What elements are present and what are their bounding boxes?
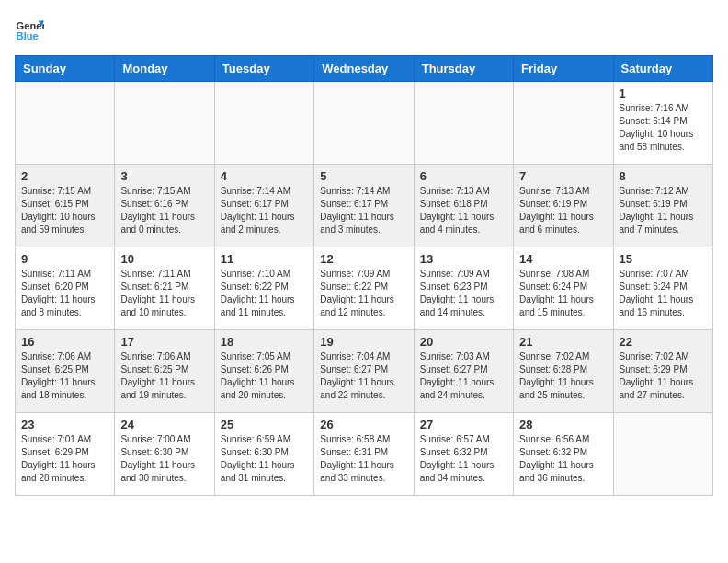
- day-info: Sunrise: 7:00 AM Sunset: 6:30 PM Dayligh…: [120, 433, 208, 485]
- day-info: Sunrise: 7:07 AM Sunset: 6:24 PM Dayligh…: [620, 268, 707, 319]
- day-info: Sunrise: 7:02 AM Sunset: 6:28 PM Dayligh…: [519, 350, 607, 402]
- calendar-cell: 3Sunrise: 7:15 AM Sunset: 6:16 PM Daylig…: [115, 165, 214, 247]
- day-info: Sunrise: 6:56 AM Sunset: 6:32 PM Dayligh…: [519, 433, 607, 485]
- day-number: 14: [519, 252, 607, 266]
- day-info: Sunrise: 7:10 AM Sunset: 6:22 PM Dayligh…: [221, 268, 308, 319]
- logo: General Blue: [15, 15, 44, 44]
- calendar-cell: 8Sunrise: 7:12 AM Sunset: 6:19 PM Daylig…: [613, 165, 712, 247]
- day-number: 9: [21, 252, 108, 266]
- weekday-header-sunday: Sunday: [16, 56, 115, 82]
- week-row-3: 9Sunrise: 7:11 AM Sunset: 6:20 PM Daylig…: [16, 247, 713, 330]
- day-info: Sunrise: 7:11 AM Sunset: 6:21 PM Dayligh…: [120, 268, 208, 319]
- week-row-1: 1Sunrise: 7:16 AM Sunset: 6:14 PM Daylig…: [16, 82, 713, 165]
- calendar-cell: 22Sunrise: 7:02 AM Sunset: 6:29 PM Dayli…: [613, 330, 712, 413]
- logo-icon: General Blue: [15, 15, 44, 44]
- calendar-cell: [514, 82, 613, 165]
- calendar-cell: 28Sunrise: 6:56 AM Sunset: 6:32 PM Dayli…: [514, 413, 613, 496]
- day-number: 1: [620, 86, 707, 100]
- day-number: 26: [320, 418, 407, 431]
- calendar-cell: [314, 82, 414, 165]
- calendar-cell: [16, 82, 115, 165]
- day-info: Sunrise: 7:02 AM Sunset: 6:29 PM Dayligh…: [620, 350, 707, 402]
- day-info: Sunrise: 6:57 AM Sunset: 6:32 PM Dayligh…: [420, 433, 507, 485]
- calendar-cell: [115, 82, 214, 165]
- day-number: 4: [221, 169, 308, 183]
- calendar-cell: 13Sunrise: 7:09 AM Sunset: 6:23 PM Dayli…: [414, 247, 513, 330]
- day-info: Sunrise: 7:06 AM Sunset: 6:25 PM Dayligh…: [21, 350, 108, 402]
- day-info: Sunrise: 6:59 AM Sunset: 6:30 PM Dayligh…: [221, 433, 308, 485]
- week-row-5: 23Sunrise: 7:01 AM Sunset: 6:29 PM Dayli…: [16, 413, 713, 496]
- day-info: Sunrise: 7:05 AM Sunset: 6:26 PM Dayligh…: [221, 350, 308, 402]
- day-number: 20: [420, 335, 507, 349]
- weekday-header-tuesday: Tuesday: [214, 56, 313, 82]
- day-info: Sunrise: 7:11 AM Sunset: 6:20 PM Dayligh…: [21, 268, 108, 319]
- calendar: SundayMondayTuesdayWednesdayThursdayFrid…: [15, 55, 713, 496]
- calendar-cell: 27Sunrise: 6:57 AM Sunset: 6:32 PM Dayli…: [414, 413, 513, 496]
- calendar-cell: [414, 82, 513, 165]
- calendar-cell: 7Sunrise: 7:13 AM Sunset: 6:19 PM Daylig…: [514, 165, 613, 247]
- day-number: 17: [120, 335, 208, 349]
- day-info: Sunrise: 7:16 AM Sunset: 6:14 PM Dayligh…: [620, 102, 707, 154]
- day-number: 8: [620, 169, 707, 183]
- day-info: Sunrise: 7:01 AM Sunset: 6:29 PM Dayligh…: [21, 433, 108, 485]
- calendar-cell: [613, 413, 712, 496]
- day-info: Sunrise: 7:13 AM Sunset: 6:18 PM Dayligh…: [420, 185, 507, 236]
- day-number: 13: [420, 252, 507, 266]
- day-number: 18: [221, 335, 308, 349]
- day-number: 2: [21, 169, 108, 183]
- calendar-cell: 1Sunrise: 7:16 AM Sunset: 6:14 PM Daylig…: [613, 82, 712, 165]
- day-info: Sunrise: 7:09 AM Sunset: 6:22 PM Dayligh…: [320, 268, 407, 319]
- calendar-cell: 18Sunrise: 7:05 AM Sunset: 6:26 PM Dayli…: [214, 330, 313, 413]
- day-number: 25: [221, 418, 308, 431]
- calendar-cell: 15Sunrise: 7:07 AM Sunset: 6:24 PM Dayli…: [613, 247, 712, 330]
- day-info: Sunrise: 7:14 AM Sunset: 6:17 PM Dayligh…: [221, 185, 308, 236]
- calendar-cell: 5Sunrise: 7:14 AM Sunset: 6:17 PM Daylig…: [314, 165, 414, 247]
- day-number: 23: [21, 418, 108, 431]
- weekday-header-saturday: Saturday: [613, 56, 712, 82]
- calendar-cell: 25Sunrise: 6:59 AM Sunset: 6:30 PM Dayli…: [214, 413, 313, 496]
- day-number: 6: [420, 169, 507, 183]
- day-info: Sunrise: 7:14 AM Sunset: 6:17 PM Dayligh…: [320, 185, 407, 236]
- week-row-4: 16Sunrise: 7:06 AM Sunset: 6:25 PM Dayli…: [16, 330, 713, 413]
- day-info: Sunrise: 6:58 AM Sunset: 6:31 PM Dayligh…: [320, 433, 407, 485]
- calendar-cell: 12Sunrise: 7:09 AM Sunset: 6:22 PM Dayli…: [314, 247, 414, 330]
- day-info: Sunrise: 7:13 AM Sunset: 6:19 PM Dayligh…: [519, 185, 607, 236]
- day-number: 12: [320, 252, 407, 266]
- day-info: Sunrise: 7:04 AM Sunset: 6:27 PM Dayligh…: [320, 350, 407, 402]
- calendar-cell: 4Sunrise: 7:14 AM Sunset: 6:17 PM Daylig…: [214, 165, 313, 247]
- day-number: 7: [519, 169, 607, 183]
- weekday-header-friday: Friday: [514, 56, 613, 82]
- weekday-header-monday: Monday: [115, 56, 214, 82]
- day-number: 21: [519, 335, 607, 349]
- day-number: 19: [320, 335, 407, 349]
- header: General Blue: [15, 15, 713, 44]
- day-info: Sunrise: 7:09 AM Sunset: 6:23 PM Dayligh…: [420, 268, 507, 319]
- day-number: 5: [320, 169, 407, 183]
- svg-text:Blue: Blue: [17, 30, 39, 41]
- calendar-cell: 11Sunrise: 7:10 AM Sunset: 6:22 PM Dayli…: [214, 247, 313, 330]
- weekday-header-thursday: Thursday: [414, 56, 513, 82]
- calendar-cell: 6Sunrise: 7:13 AM Sunset: 6:18 PM Daylig…: [414, 165, 513, 247]
- weekday-header-wednesday: Wednesday: [314, 56, 414, 82]
- calendar-cell: 21Sunrise: 7:02 AM Sunset: 6:28 PM Dayli…: [514, 330, 613, 413]
- day-info: Sunrise: 7:15 AM Sunset: 6:15 PM Dayligh…: [21, 185, 108, 236]
- day-number: 3: [120, 169, 208, 183]
- calendar-cell: 24Sunrise: 7:00 AM Sunset: 6:30 PM Dayli…: [115, 413, 214, 496]
- calendar-cell: [214, 82, 313, 165]
- day-number: 27: [420, 418, 507, 431]
- calendar-cell: 23Sunrise: 7:01 AM Sunset: 6:29 PM Dayli…: [16, 413, 115, 496]
- day-number: 22: [620, 335, 707, 349]
- calendar-cell: 20Sunrise: 7:03 AM Sunset: 6:27 PM Dayli…: [414, 330, 513, 413]
- day-number: 10: [120, 252, 208, 266]
- calendar-cell: 19Sunrise: 7:04 AM Sunset: 6:27 PM Dayli…: [314, 330, 414, 413]
- calendar-cell: 17Sunrise: 7:06 AM Sunset: 6:25 PM Dayli…: [115, 330, 214, 413]
- day-number: 11: [221, 252, 308, 266]
- week-row-2: 2Sunrise: 7:15 AM Sunset: 6:15 PM Daylig…: [16, 165, 713, 247]
- day-number: 28: [519, 418, 607, 431]
- calendar-cell: 10Sunrise: 7:11 AM Sunset: 6:21 PM Dayli…: [115, 247, 214, 330]
- day-number: 16: [21, 335, 108, 349]
- calendar-cell: 16Sunrise: 7:06 AM Sunset: 6:25 PM Dayli…: [16, 330, 115, 413]
- day-number: 15: [620, 252, 707, 266]
- weekday-header-row: SundayMondayTuesdayWednesdayThursdayFrid…: [16, 56, 713, 82]
- day-info: Sunrise: 7:06 AM Sunset: 6:25 PM Dayligh…: [120, 350, 208, 402]
